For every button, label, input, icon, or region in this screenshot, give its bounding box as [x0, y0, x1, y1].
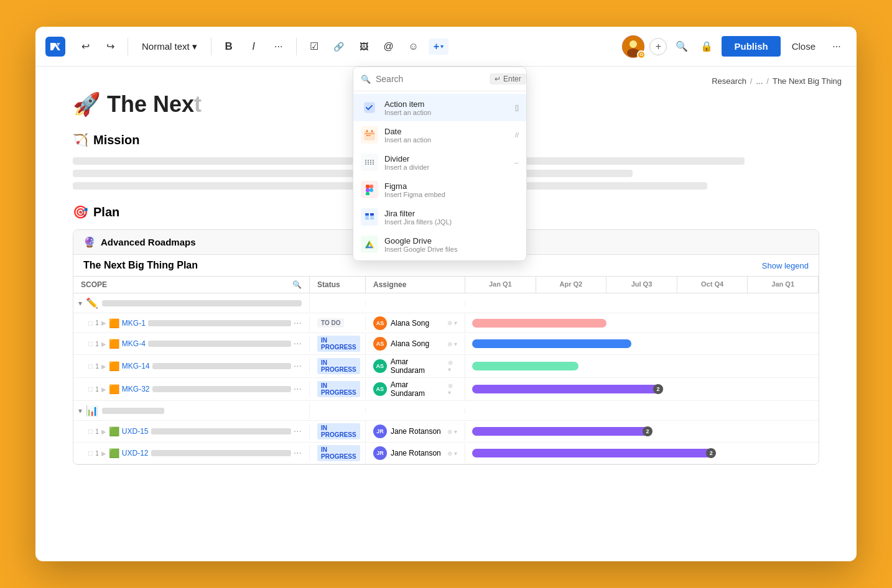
plan-label: Plan	[93, 205, 119, 219]
main-window: ↩ ↪ Normal text ▾ B I ··· ☑ 🔗	[35, 27, 857, 561]
timeline-header: Jan Q1 Apr Q2 Jul Q3 Oct Q4 Jan Q1	[465, 277, 819, 293]
item-title: Jira filter	[384, 209, 513, 218]
list-item[interactable]: Google Drive Insert Google Drive files	[353, 231, 526, 258]
group-collapse-icon[interactable]: ▾	[78, 299, 82, 308]
group-status-cell-2	[310, 408, 366, 413]
status-badge: IN PROGRESS	[317, 358, 360, 374]
plus-chevron-icon: ▾	[440, 43, 444, 50]
scope-col-header: SCOPE 🔍	[73, 277, 310, 293]
item-title: Google Drive	[384, 236, 513, 246]
assignee-dropdown-icon[interactable]: ⊕ ▾	[448, 382, 458, 396]
checkbox-button[interactable]: ☑	[304, 37, 324, 57]
action-shortcut: []	[515, 104, 519, 111]
gantt-bar	[472, 319, 606, 328]
status-badge: IN PROGRESS	[317, 445, 360, 461]
undo-button[interactable]: ↩	[75, 37, 95, 57]
gantt-bar	[472, 385, 663, 393]
date-shortcut: //	[515, 131, 519, 139]
checkbox-icon[interactable]: □	[88, 339, 93, 348]
page-title-text: The Next	[107, 91, 202, 117]
close-button[interactable]: Close	[786, 37, 822, 55]
checkbox-icon[interactable]: □	[88, 385, 93, 393]
assignee-dropdown-icon[interactable]: ⊕ ▾	[447, 428, 457, 435]
assignee-dropdown-icon[interactable]: ⊕ ▾	[447, 341, 457, 347]
lock-icon: 🔒	[700, 40, 713, 52]
image-button[interactable]: 🖼	[354, 37, 374, 57]
text-style-dropdown[interactable]: Normal text ▾	[136, 37, 203, 56]
row-assignee-mkg4: AS Alana Song ⊕ ▾	[366, 334, 465, 353]
breadcrumb-research[interactable]: Research	[712, 76, 746, 86]
checkbox-icon: ☑	[310, 40, 318, 52]
item-desc: Insert Figma embed	[384, 191, 513, 198]
group-timeline-cell-1	[465, 301, 819, 306]
search-button[interactable]: 🔍	[672, 37, 692, 57]
status-badge: IN PROGRESS	[317, 336, 360, 352]
toolbar-separator-2	[211, 38, 211, 55]
scope-search-icon[interactable]: 🔍	[292, 280, 302, 289]
app-logo[interactable]	[45, 37, 65, 57]
row-scope-mkg1: □ 1 ▶ 🟧 MKG-1 ···	[73, 315, 310, 331]
assignee-dropdown-icon[interactable]: ⊕ ▾	[448, 359, 458, 373]
user-avatar-wrap[interactable]: G	[622, 35, 644, 58]
insert-dropdown: 🔍 ↵ Enter Action item Insert an acti	[353, 67, 527, 261]
enter-badge: ↵ Enter	[490, 73, 526, 85]
assignee-dropdown-icon[interactable]: ⊕ ▾	[447, 450, 457, 457]
row-status-mkg1: TO DO	[310, 316, 366, 330]
link-button[interactable]: 🔗	[329, 37, 349, 57]
expand-icon[interactable]: ▶	[101, 319, 106, 326]
timeline-q2-apr: Apr Q2	[536, 277, 607, 293]
table-row: □ 1 ▶ 🟧 MKG-32 ··· IN PROGRESS AS Amar S…	[73, 378, 819, 401]
breadcrumb-ellipsis[interactable]: ...	[756, 76, 763, 86]
redo-icon: ↪	[106, 40, 114, 52]
more-options-button[interactable]: ···	[827, 37, 847, 57]
svg-rect-24	[370, 218, 374, 219]
expand-icon[interactable]: ▶	[101, 386, 106, 393]
breadcrumb-sep-1: /	[750, 76, 753, 86]
svg-rect-6	[366, 130, 368, 132]
breadcrumb: Research / ... / The Next Big Thing	[712, 76, 842, 86]
more-format-button[interactable]: ···	[269, 37, 289, 57]
list-item[interactable]: Jira filter Insert Jira filters (JQL)	[353, 203, 526, 231]
redo-button[interactable]: ↪	[100, 37, 120, 57]
group-collapse-icon-2[interactable]: ▾	[78, 407, 82, 415]
toolbar-right: G + 🔍 🔒 Publish Close	[622, 35, 847, 58]
list-item[interactable]: Figma Insert Figma embed	[353, 176, 526, 203]
divider-shortcut: --	[514, 158, 519, 166]
bold-button[interactable]: B	[219, 37, 239, 57]
checkbox-icon[interactable]: □	[88, 319, 93, 328]
roadmap-widget: 🔮 Advanced Roadmaps The Next Big Thing P…	[73, 229, 819, 465]
group-scope-cell-1: ▾ ✏️	[73, 295, 310, 311]
add-collaborator-button[interactable]: +	[649, 38, 667, 55]
checkbox-icon[interactable]: □	[88, 427, 93, 436]
dropdown-search-input[interactable]	[376, 74, 485, 84]
status-badge: IN PROGRESS	[317, 423, 360, 439]
svg-rect-14	[366, 185, 369, 188]
insert-plus-button[interactable]: + ▾	[429, 39, 448, 55]
row-status-uxd15: IN PROGRESS	[310, 421, 366, 442]
list-item[interactable]: Divider Insert a divider --	[353, 149, 526, 176]
checkbox-icon[interactable]: □	[88, 362, 93, 370]
checkbox-icon[interactable]: □	[88, 449, 93, 457]
permissions-button[interactable]: 🔒	[697, 37, 717, 57]
assignee-avatar: AS	[373, 316, 387, 330]
mention-button[interactable]: @	[379, 37, 399, 57]
assignee-dropdown-icon[interactable]: ⊕ ▾	[447, 319, 457, 326]
show-legend-button[interactable]: Show legend	[762, 261, 809, 270]
expand-icon[interactable]: ▶	[101, 341, 106, 347]
expand-icon[interactable]: ▶	[101, 363, 106, 370]
gantt-bar	[472, 339, 631, 348]
list-item[interactable]: Action item Insert an action []	[353, 94, 526, 121]
expand-icon[interactable]: ▶	[101, 428, 106, 435]
emoji-button[interactable]: ☺	[404, 37, 424, 57]
mission-emoji: 🏹	[73, 132, 88, 147]
row-status-mkg4: IN PROGRESS	[310, 333, 366, 354]
svg-rect-21	[365, 218, 369, 219]
expand-icon[interactable]: ▶	[101, 450, 106, 457]
group-status-cell-1	[310, 301, 366, 306]
publish-button[interactable]: Publish	[722, 36, 780, 57]
breadcrumb-sep-2: /	[766, 76, 769, 86]
enter-label: Enter	[503, 75, 521, 83]
italic-button[interactable]: I	[244, 37, 264, 57]
list-item[interactable]: Date Insert an action //	[353, 121, 526, 149]
group-assignee-cell-2	[366, 408, 465, 413]
